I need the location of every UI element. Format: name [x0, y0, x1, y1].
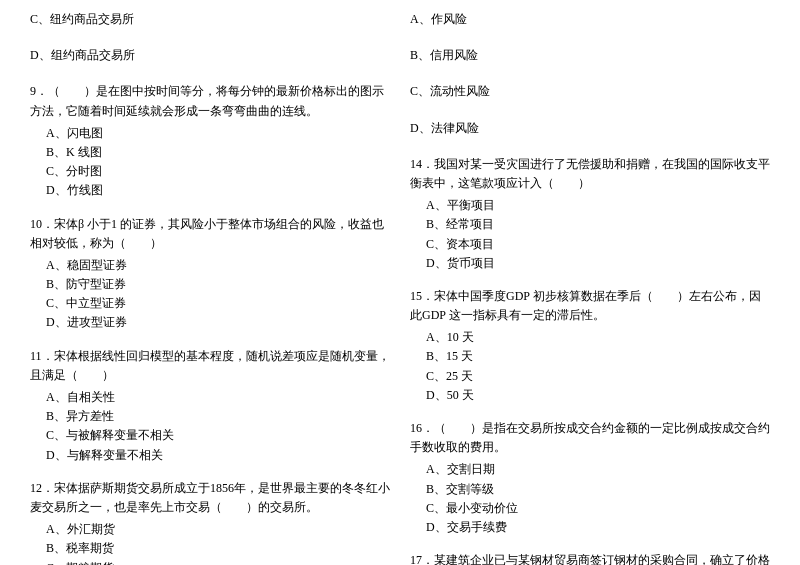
q11-opt-b: B、异方差性 [30, 407, 390, 426]
page-content: C、纽约商品交易所 D、组约商品交易所 9．（ ）是在图中按时间等分，将每分钟的… [30, 10, 770, 565]
right-column: A、作风险 B、信用风险 C、流动性风险 D、法律风险 14．我国对某一受灾国进… [410, 10, 770, 565]
q-c-org-commodity-text: C、纽约商品交易所 [30, 10, 390, 29]
q16-text: 16．（ ）是指在交易所按成交合约金额的一定比例成按成交合约手数收取的费用。 [410, 419, 770, 457]
q-d-risk: D、法律风险 [410, 119, 770, 141]
q-c-risk: C、流动性风险 [410, 82, 770, 104]
q9-opt-b: B、K 线图 [30, 143, 390, 162]
q15-opt-d: D、50 天 [410, 386, 770, 405]
q16-block: 16．（ ）是指在交易所按成交合约金额的一定比例成按成交合约手数收取的费用。 A… [410, 419, 770, 537]
q-c-org-commodity: C、纽约商品交易所 [30, 10, 390, 32]
q-b-risk-text: B、信用风险 [410, 46, 770, 65]
q-a-risk-text: A、作风险 [410, 10, 770, 29]
q9-opt-a: A、闪电图 [30, 124, 390, 143]
q12-opt-c: C、期粮期货 [30, 559, 390, 566]
q-d-org-commodity-text: D、组约商品交易所 [30, 46, 390, 65]
q15-text: 15．宋体中国季度GDP 初步核算数据在季后（ ）左右公布，因此GDP 这一指标… [410, 287, 770, 325]
q11-text: 11．宋体根据线性回归模型的基本程度，随机说差项应是随机变量，且满足（ ） [30, 347, 390, 385]
q-b-risk: B、信用风险 [410, 46, 770, 68]
q9-text: 9．（ ）是在图中按时间等分，将每分钟的最新价格标出的图示方法，它随着时间延续就… [30, 82, 390, 120]
q-c-risk-text: C、流动性风险 [410, 82, 770, 101]
q10-block: 10．宋体β 小于1 的证券，其风险小于整体市场组合的风险，收益也相对较低，称为… [30, 215, 390, 333]
q10-opt-d: D、进攻型证券 [30, 313, 390, 332]
q14-opt-d: D、货币项目 [410, 254, 770, 273]
q15-block: 15．宋体中国季度GDP 初步核算数据在季后（ ）左右公布，因此GDP 这一指标… [410, 287, 770, 405]
q9-block: 9．（ ）是在图中按时间等分，将每分钟的最新价格标出的图示方法，它随着时间延续就… [30, 82, 390, 200]
q12-block: 12．宋体据萨斯期货交易所成立于1856年，是世界最主要的冬冬红小麦交易所之一，… [30, 479, 390, 565]
q14-block: 14．我国对某一受灾国进行了无偿援助和捐赠，在我国的国际收支平衡表中，这笔款项应… [410, 155, 770, 273]
left-column: C、纽约商品交易所 D、组约商品交易所 9．（ ）是在图中按时间等分，将每分钟的… [30, 10, 390, 565]
q15-opt-c: C、25 天 [410, 367, 770, 386]
q11-opt-c: C、与被解释变量不相关 [30, 426, 390, 445]
q11-opt-d: D、与解释变量不相关 [30, 446, 390, 465]
q16-opt-a: A、交割日期 [410, 460, 770, 479]
q12-opt-a: A、外汇期货 [30, 520, 390, 539]
q15-opt-a: A、10 天 [410, 328, 770, 347]
q17-block: 17．某建筑企业已与某钢材贸易商签订钢材的采购合同，确立了价格但尚未实现交于此时… [410, 551, 770, 565]
q-d-risk-text: D、法律风险 [410, 119, 770, 138]
q14-opt-c: C、资本项目 [410, 235, 770, 254]
q9-opt-d: D、竹线图 [30, 181, 390, 200]
q-a-risk: A、作风险 [410, 10, 770, 32]
q14-text: 14．我国对某一受灾国进行了无偿援助和捐赠，在我国的国际收支平衡表中，这笔款项应… [410, 155, 770, 193]
q12-text: 12．宋体据萨斯期货交易所成立于1856年，是世界最主要的冬冬红小麦交易所之一，… [30, 479, 390, 517]
q11-opt-a: A、自相关性 [30, 388, 390, 407]
q10-text: 10．宋体β 小于1 的证券，其风险小于整体市场组合的风险，收益也相对较低，称为… [30, 215, 390, 253]
q17-text: 17．某建筑企业已与某钢材贸易商签订钢材的采购合同，确立了价格但尚未实现交于此时… [410, 551, 770, 565]
q11-block: 11．宋体根据线性回归模型的基本程度，随机说差项应是随机变量，且满足（ ） A、… [30, 347, 390, 465]
q10-opt-c: C、中立型证券 [30, 294, 390, 313]
q12-opt-b: B、税率期货 [30, 539, 390, 558]
q9-opt-c: C、分时图 [30, 162, 390, 181]
q16-opt-b: B、交割等级 [410, 480, 770, 499]
q10-opt-a: A、稳固型证券 [30, 256, 390, 275]
q-d-org-commodity: D、组约商品交易所 [30, 46, 390, 68]
q14-opt-b: B、经常项目 [410, 215, 770, 234]
q16-opt-c: C、最小变动价位 [410, 499, 770, 518]
q16-opt-d: D、交易手续费 [410, 518, 770, 537]
q15-opt-b: B、15 天 [410, 347, 770, 366]
q14-opt-a: A、平衡项目 [410, 196, 770, 215]
q10-opt-b: B、防守型证券 [30, 275, 390, 294]
